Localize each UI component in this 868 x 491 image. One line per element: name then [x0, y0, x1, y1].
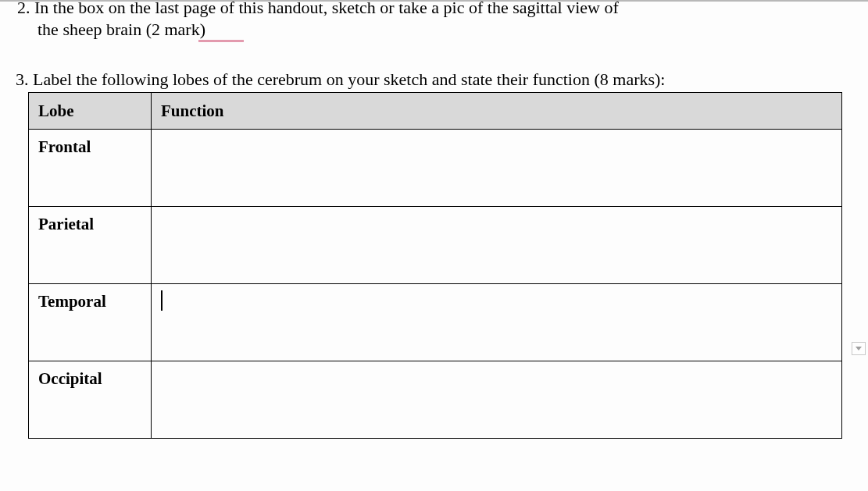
cell-lobe[interactable]: Parietal: [29, 207, 152, 284]
paste-options-button[interactable]: [852, 342, 866, 355]
cell-function[interactable]: [152, 361, 842, 439]
question-2: 2. In the box on the last page of this h…: [17, 0, 845, 41]
table-header-row: Lobe Function: [29, 93, 842, 130]
cell-lobe[interactable]: Occipital: [29, 361, 152, 439]
table-row: Temporal: [29, 284, 842, 361]
table-row: Frontal: [29, 130, 842, 207]
chevron-down-icon: [855, 347, 862, 350]
table-row: Parietal: [29, 207, 842, 284]
header-function: Function: [152, 93, 842, 130]
cell-lobe[interactable]: Frontal: [29, 130, 152, 207]
text-cursor: [161, 290, 163, 311]
table-row: Occipital: [29, 361, 842, 439]
cell-lobe[interactable]: Temporal: [29, 284, 152, 361]
cell-function[interactable]: [152, 207, 842, 284]
q2-line2: the sheep brain (2 mark): [17, 19, 845, 41]
spellcheck-underline: [198, 40, 244, 42]
q2-line1: 2. In the box on the last page of this h…: [17, 0, 845, 19]
lobes-table: Lobe Function Frontal Parietal Temporal …: [28, 92, 842, 439]
header-lobe: Lobe: [29, 93, 152, 130]
question-3: 3. Label the following lobes of the cere…: [16, 69, 852, 91]
cell-function[interactable]: [152, 284, 842, 361]
cell-function[interactable]: [152, 130, 842, 207]
